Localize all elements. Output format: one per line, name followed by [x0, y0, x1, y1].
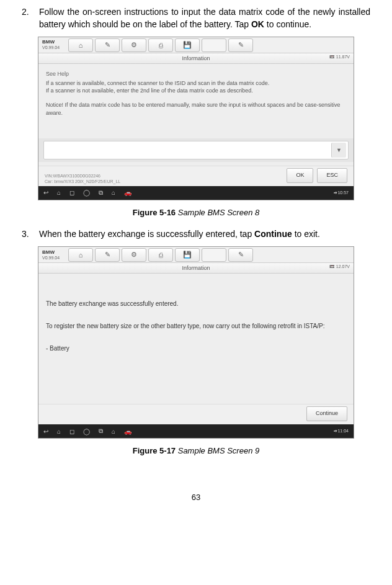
toolbar: ⌂ ✎ ⚙ ⎙ 💾 ✎: [68, 248, 354, 262]
instruction-msg: To register the new battery size or the …: [46, 321, 346, 332]
shop-icon[interactable]: ⌂: [112, 189, 115, 196]
nav-home-icon[interactable]: ⌂: [57, 428, 61, 435]
bottom-nav: ↩ ⌂ ◻ ◯ ⧉ ⌂ 🚗 ▪▾10:57: [38, 186, 354, 200]
device-icon[interactable]: ⧉: [99, 189, 103, 197]
recent-icon[interactable]: ◻: [69, 428, 74, 435]
screenshot-bms-9: BMW V0.99.04 ⌂ ✎ ⚙ ⎙ 💾 ✎ Information 📼 1…: [38, 246, 354, 439]
page-number: 63: [22, 493, 370, 502]
step-text-part1: Follow the on-screen instructions to inp…: [39, 7, 370, 29]
input-row: ▼: [43, 141, 349, 159]
esc-button[interactable]: ESC: [317, 168, 347, 183]
chrome-icon[interactable]: ◯: [83, 428, 90, 435]
info-title: Information: [182, 265, 210, 271]
info-bar: Information 📼 12.07V: [38, 263, 354, 274]
voltage-badge: 📼 11.87V: [329, 55, 350, 60]
dropdown-icon[interactable]: ▼: [331, 143, 346, 158]
info-title: Information: [182, 55, 210, 61]
matrix-code-input[interactable]: [44, 147, 329, 153]
step-number: 3.: [22, 228, 39, 241]
toolbar: ⌂ ✎ ⚙ ⎙ 💾 ✎: [68, 38, 354, 52]
brand-version: V0.99.04: [42, 45, 60, 50]
help-line-1: If a scanner is available, connect the s…: [46, 79, 346, 87]
step-2: 2. Follow the on-screen instructions to …: [22, 6, 370, 30]
car-text: Car: bmw/X/X3 20iX_N20/F25/EUR_LL: [45, 179, 287, 184]
device-icon[interactable]: ⧉: [99, 427, 103, 435]
help-line-2: If a scanner is not available, enter the…: [46, 87, 346, 95]
brand-name: BMW: [42, 250, 60, 256]
brand-version: V0.99.04: [42, 256, 60, 261]
home-icon[interactable]: ⌂: [68, 38, 93, 52]
edit-icon[interactable]: ✎: [228, 38, 253, 52]
step-text-bold: Continue: [254, 229, 292, 239]
settings-icon[interactable]: ⚙: [122, 248, 146, 262]
step-text-part2: to continue.: [264, 19, 311, 29]
bottom-nav: ↩ ⌂ ◻ ◯ ⧉ ⌂ 🚗 ▪▾11:04: [38, 424, 354, 438]
fig-label: Figure 5-16: [133, 208, 176, 217]
recent-icon[interactable]: ◻: [69, 189, 74, 196]
continue-button[interactable]: Continue: [306, 406, 347, 421]
figure-caption-1: Figure 5-16 Sample BMS Screen 8: [22, 208, 370, 217]
chrome-icon[interactable]: ◯: [83, 189, 90, 196]
screenshot-bms-8: BMW V0.99.04 ⌂ ✎ ⚙ ⎙ 💾 ✎ Information 📼 1…: [38, 37, 354, 200]
nav-time: ▪▾10:57: [334, 190, 349, 195]
voltage-value: 12.07V: [336, 264, 350, 269]
blank-btn[interactable]: [202, 38, 226, 52]
vin-bar: Continue: [38, 404, 354, 424]
step-text-part1: When the battery exchange is successfull…: [39, 229, 254, 239]
car-icon[interactable]: 🚗: [124, 189, 131, 196]
nav-time: ▪▾11:04: [334, 429, 349, 434]
step-number: 2.: [22, 6, 39, 30]
vin-bar: VIN:WBAWX3100D0G02246 Car: bmw/X/X3 20iX…: [38, 166, 354, 186]
success-msg: The battery exchange was successfully en…: [46, 298, 346, 310]
save-icon[interactable]: 💾: [175, 248, 200, 262]
app-header: BMW V0.99.04 ⌂ ✎ ⚙ ⎙ 💾 ✎: [38, 247, 354, 263]
back-icon[interactable]: ↩: [43, 428, 48, 435]
ok-button[interactable]: OK: [287, 168, 313, 183]
step-text: When the battery exchange is successfull…: [39, 228, 370, 241]
step-3: 3. When the battery exchange is successf…: [22, 228, 370, 241]
figure-caption-2: Figure 5-17 Sample BMS Screen 9: [22, 446, 370, 455]
fig-title: Sample BMS Screen 8: [176, 208, 259, 217]
voltage-value: 11.87V: [336, 55, 350, 59]
save-icon[interactable]: 💾: [175, 38, 200, 52]
fig-label: Figure 5-17: [133, 446, 176, 455]
notice-text: Notice! If the data matrix code has to b…: [46, 101, 346, 117]
print-icon[interactable]: ⎙: [148, 38, 173, 52]
nav-home-icon[interactable]: ⌂: [57, 189, 61, 196]
voltage-badge: 📼 12.07V: [329, 264, 350, 269]
info-bar: Information 📼 11.87V: [38, 53, 354, 64]
settings-icon[interactable]: ⚙: [122, 38, 146, 52]
print-icon[interactable]: ⎙: [148, 248, 173, 262]
tool-icon[interactable]: ✎: [95, 38, 120, 52]
see-help-label: See Help: [46, 70, 346, 78]
brand-box: BMW V0.99.04: [38, 249, 63, 261]
step-text-part2: to exit.: [292, 229, 320, 239]
edit-icon[interactable]: ✎: [228, 248, 253, 262]
step-text: Follow the on-screen instructions to inp…: [39, 6, 370, 30]
content-area: See Help If a scanner is available, conn…: [38, 64, 354, 138]
brand-name: BMW: [42, 40, 60, 45]
brand-box: BMW V0.99.04: [38, 38, 63, 51]
tool-icon[interactable]: ✎: [95, 248, 120, 262]
car-icon[interactable]: 🚗: [124, 428, 131, 435]
back-icon[interactable]: ↩: [43, 189, 48, 196]
app-header: BMW V0.99.04 ⌂ ✎ ⚙ ⎙ 💾 ✎: [38, 37, 354, 53]
fig-title: Sample BMS Screen 9: [176, 446, 259, 455]
blank-btn[interactable]: [202, 248, 226, 262]
retrofit-item: - Battery: [46, 343, 346, 354]
content-area: The battery exchange was successfully en…: [38, 274, 354, 404]
step-text-bold: OK: [251, 19, 264, 29]
shop-icon[interactable]: ⌂: [112, 428, 115, 435]
vin-text: VIN:WBAWX3100D0G02246: [45, 173, 287, 179]
home-icon[interactable]: ⌂: [68, 248, 93, 262]
